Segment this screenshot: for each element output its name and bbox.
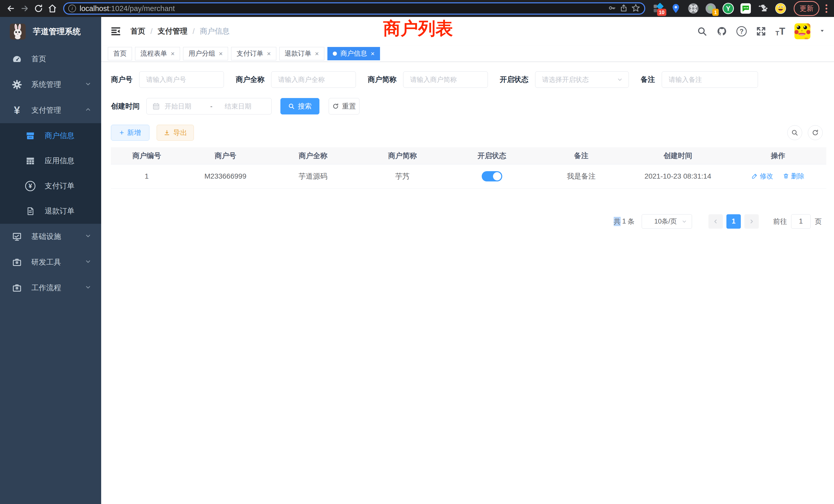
chrome-update-button[interactable]: 更新 [794, 1, 819, 16]
back-icon[interactable] [5, 3, 17, 14]
extensions-puzzle-icon[interactable] [757, 3, 769, 14]
sidebar-item-system[interactable]: 系统管理 [0, 72, 101, 97]
col-remark: 备注 [537, 147, 626, 164]
extension-tiles-icon[interactable]: 10 [653, 3, 664, 14]
breadcrumb-home[interactable]: 首页 [130, 26, 145, 37]
chevron-down-icon [85, 81, 91, 89]
bookmark-star-icon[interactable] [631, 4, 640, 13]
pagination-total: 共 1 条 [614, 217, 635, 226]
tags-view-bar: 首页 流程表单 × 用户分组 × 支付订单 × 退款订单 × 商户信息 × [101, 46, 834, 62]
shop-icon [25, 131, 36, 141]
tab-user-group[interactable]: 用户分组 × [183, 47, 228, 60]
field-label: 备注 [641, 75, 655, 85]
short-name-input[interactable] [403, 71, 488, 88]
url-text[interactable]: localhost:1024/pay/merchant [80, 4, 604, 13]
page-number-1[interactable]: 1 [726, 214, 741, 229]
sidebar-item-home[interactable]: 首页 [0, 46, 101, 72]
tab-pay-order[interactable]: 支付订单 × [231, 47, 276, 60]
search-icon [791, 129, 798, 136]
fullscreen-icon[interactable] [756, 26, 766, 37]
breadcrumb-separator: / [193, 27, 195, 36]
delete-label: 删除 [791, 172, 805, 181]
extension-pin-icon[interactable] [670, 3, 682, 14]
sidebar-item-refund-order[interactable]: 退款订单 [0, 199, 101, 224]
chrome-menu-icon[interactable] [826, 4, 827, 13]
chevron-up-icon [85, 106, 91, 115]
col-short-name: 商户简称 [358, 147, 447, 164]
font-size-icon[interactable] [775, 26, 785, 37]
url-bar[interactable]: localhost:1024/pay/merchant [63, 2, 645, 15]
plus-icon [119, 128, 124, 137]
chevron-right-icon [748, 219, 755, 225]
close-icon[interactable]: × [219, 50, 223, 57]
help-icon[interactable] [737, 26, 747, 37]
monitor-icon [11, 232, 23, 242]
reset-button[interactable]: 重置 [329, 98, 359, 114]
toolbox-icon [11, 283, 23, 293]
refresh-icon [332, 103, 339, 110]
extension-emoji-icon[interactable] [775, 3, 787, 14]
tab-merchant-info[interactable]: 商户信息 × [327, 47, 380, 60]
close-icon[interactable]: × [371, 50, 375, 57]
sidebar-item-label: 基础设施 [31, 231, 61, 242]
sidebar-item-infra[interactable]: 基础设施 [0, 224, 101, 249]
edit-label: 修改 [760, 172, 773, 181]
page-info-icon[interactable] [68, 5, 76, 12]
col-actions: 操作 [730, 147, 826, 164]
github-icon[interactable] [717, 26, 727, 37]
prev-page-button[interactable] [708, 214, 723, 229]
chevron-down-icon [85, 258, 91, 267]
sidebar-collapse-icon[interactable] [110, 26, 121, 37]
edit-link[interactable]: 修改 [751, 172, 773, 181]
status-select[interactable]: 请选择开启状态 [535, 71, 629, 88]
close-icon[interactable]: × [315, 50, 319, 57]
tab-home[interactable]: 首页 [108, 47, 132, 60]
user-menu-caret-icon[interactable] [820, 28, 825, 35]
field-status: 开启状态 请选择开启状态 [500, 71, 629, 88]
refresh-table-button[interactable] [808, 125, 823, 140]
extension-command-icon[interactable] [687, 3, 699, 14]
export-button[interactable]: 导出 [157, 125, 194, 141]
status-toggle[interactable] [482, 171, 502, 181]
chevron-down-icon [681, 219, 687, 224]
forward-icon[interactable] [19, 3, 30, 14]
close-icon[interactable]: × [171, 50, 175, 57]
date-range-picker[interactable]: 开始日期 - 结束日期 [146, 98, 272, 114]
add-button[interactable]: 新增 [111, 125, 150, 141]
sidebar-logo-row[interactable]: 芋道管理系统 [0, 17, 101, 46]
search-button[interactable]: 搜索 [280, 98, 320, 114]
sidebar-item-app-info[interactable]: 应用信息 [0, 148, 101, 174]
breadcrumb-pay[interactable]: 支付管理 [158, 26, 188, 37]
full-name-input[interactable] [271, 71, 356, 88]
tab-refund-order[interactable]: 退款订单 × [279, 47, 324, 60]
next-page-button[interactable] [744, 214, 759, 229]
close-icon[interactable]: × [267, 50, 271, 57]
delete-link[interactable]: 删除 [783, 172, 805, 181]
sidebar-item-pay[interactable]: 支付管理 [0, 97, 101, 123]
share-icon[interactable] [620, 4, 628, 13]
pay-submenu: 商户信息 应用信息 支付订单 退款订单 [0, 123, 101, 224]
reload-icon[interactable] [33, 3, 44, 14]
field-label: 开启状态 [500, 75, 528, 85]
extension-chat-icon[interactable] [740, 3, 751, 14]
page-size-select[interactable]: 10条/页 [642, 214, 692, 229]
remark-input[interactable] [662, 71, 758, 88]
home-icon[interactable] [47, 3, 58, 14]
user-avatar[interactable] [794, 23, 810, 39]
chevron-down-icon [85, 232, 91, 241]
merchant-no-input[interactable] [139, 71, 224, 88]
extension-gray-circle-icon[interactable]: 1 [705, 3, 717, 14]
password-key-icon[interactable] [608, 4, 616, 13]
sidebar-item-devtools[interactable]: 研发工具 [0, 249, 101, 275]
goto-page-input[interactable] [791, 214, 811, 229]
extension-y-icon[interactable]: Y [722, 3, 734, 14]
sidebar-item-workflow[interactable]: 工作流程 [0, 275, 101, 301]
filter-row-1: 商户号 商户全称 商户简称 开启状态 请选择开启状态 [111, 71, 826, 88]
sidebar-item-merchant-info[interactable]: 商户信息 [0, 123, 101, 148]
search-icon[interactable] [697, 26, 707, 37]
toggle-search-button[interactable] [787, 125, 802, 140]
tab-process-form[interactable]: 流程表单 × [135, 47, 180, 60]
chevron-down-icon [617, 76, 623, 83]
sidebar-item-pay-order[interactable]: 支付订单 [0, 174, 101, 199]
cell-remark: 我是备注 [537, 164, 626, 188]
